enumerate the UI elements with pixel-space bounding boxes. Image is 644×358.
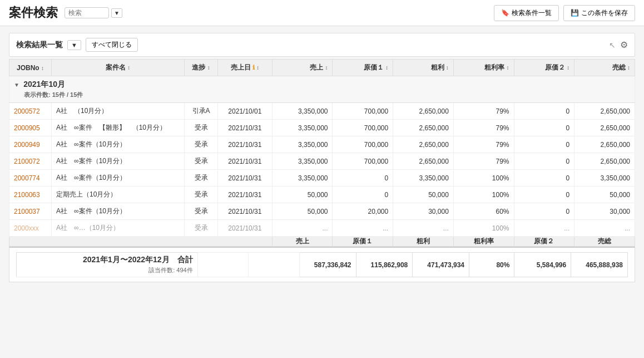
group-toggle-icon[interactable]: ▼	[14, 82, 19, 88]
cell-cost2: 0	[514, 136, 574, 153]
cell-cost1: ...	[333, 220, 393, 237]
top-bar-left: 案件検索 ▼	[9, 4, 122, 21]
col-name-header[interactable]: 案件名 ↕	[52, 60, 185, 76]
col-cost2-header[interactable]: 原価２ ↕	[514, 60, 574, 76]
col-sales-header[interactable]: 売上 ↕	[272, 60, 333, 76]
cell-cost1: 0	[333, 170, 393, 187]
subtotal-total-label: 売総	[574, 237, 635, 247]
job-link[interactable]: 2000949	[14, 141, 40, 149]
cell-date: 2021/10/31	[217, 220, 272, 237]
search-input[interactable]	[65, 7, 109, 18]
cell-gross-rate: 79%	[453, 103, 514, 120]
col-gross-header[interactable]: 粗利 ↕	[393, 60, 454, 76]
cell-cost2: 0	[514, 203, 574, 220]
job-link[interactable]: 2000774	[14, 174, 40, 182]
cell-gross: ...	[393, 220, 454, 237]
sort-icon-cost2: ↕	[567, 65, 569, 71]
cell-cost1: 700,000	[333, 120, 393, 136]
col-cost1-header[interactable]: 原価１ ↕	[333, 60, 393, 76]
cell-date: 2021/10/01	[217, 103, 272, 120]
subtotal-cost2-label: 原価２	[514, 237, 574, 247]
col-progress-header[interactable]: 進捗 ↕	[185, 60, 218, 76]
sort-icon-name: ↕	[127, 65, 130, 71]
summary-cost1: 115,862,908	[356, 253, 413, 277]
sort-icon-gross: ↕	[446, 65, 449, 71]
cell-progress: 受承	[185, 220, 218, 237]
top-bar-right: 🔖 検索条件一覧 💾 この条件を保存	[494, 5, 635, 21]
cell-jobno: 2000xxx	[9, 220, 52, 237]
cell-sales: 3,350,000	[272, 170, 333, 187]
sort-icon-gross-rate: ↕	[507, 65, 509, 71]
cell-cost1: 700,000	[333, 103, 393, 120]
cell-gross: 2,650,000	[393, 136, 454, 153]
table-header-row: JOBNo ↕ 案件名 ↕ 進捗 ↕ 売上日 ℹ ↕ 売上	[9, 60, 635, 76]
cell-gross: 30,000	[393, 203, 454, 220]
job-link[interactable]: 2100037	[14, 208, 40, 215]
summary-gross-rate: 80%	[469, 253, 514, 277]
table-row: 2100063 定期売上（10月分） 受承 2021/10/31 50,000 …	[9, 187, 635, 203]
cell-cost2: 0	[514, 187, 574, 203]
cell-jobno: 2000572	[9, 103, 52, 120]
sort-icon-jobno: ↕	[41, 65, 44, 71]
cell-jobno: 2000949	[9, 136, 52, 153]
settings-button[interactable]: ⚙	[620, 40, 628, 50]
cell-sales: 3,350,000	[272, 120, 333, 136]
cell-gross: 2,650,000	[393, 153, 454, 170]
cell-cost2: 0	[514, 153, 574, 170]
dropdown-arrow[interactable]: ▼	[67, 40, 81, 50]
col-date-header[interactable]: 売上日 ℹ ↕	[217, 60, 272, 76]
cell-total: 50,000	[574, 187, 635, 203]
top-bar: 案件検索 ▼ 🔖 検索条件一覧 💾 この条件を保存	[0, 0, 644, 26]
col-jobno-header[interactable]: JOBNo ↕	[9, 60, 52, 76]
results-header-right: ↖ ⚙	[609, 40, 628, 50]
col-total-header[interactable]: 売総 ↕	[574, 60, 635, 76]
subtotal-gross-rate-label: 粗利率	[453, 237, 514, 247]
cell-date: 2021/10/31	[217, 153, 272, 170]
cell-name: A社 ∞…（10月分）	[52, 220, 185, 237]
save-condition-button[interactable]: 💾 この条件を保存	[563, 5, 635, 21]
cell-date: 2021/10/31	[217, 170, 272, 187]
job-link[interactable]: 2100072	[14, 158, 40, 165]
cell-cost1: 700,000	[333, 136, 393, 153]
cell-gross: 3,350,000	[393, 170, 454, 187]
save-icon: 💾	[571, 9, 579, 17]
page-title: 案件検索	[9, 4, 58, 21]
table-row: 2100072 A社 ∞案件（10月分） 受承 2021/10/31 3,350…	[9, 153, 635, 170]
footer-summary: 2021年1月〜2022年12月 合計 該当件数: 494件 587,336,8…	[9, 247, 635, 282]
cursor-icon: ↖	[609, 41, 616, 50]
cell-gross-rate: 79%	[453, 120, 514, 136]
cell-gross-rate: 60%	[453, 203, 514, 220]
sort-icon-date: ↕	[256, 65, 259, 71]
job-link[interactable]: 2100063	[14, 191, 40, 199]
cell-sales: ...	[272, 220, 333, 237]
cell-cost1: 700,000	[333, 153, 393, 170]
job-link[interactable]: 2000905	[14, 124, 40, 132]
cell-name: 定期売上（10月分）	[52, 187, 185, 203]
group-header-row: ▼ 2021年10月 表示件数: 15件 / 15件	[9, 76, 635, 103]
col-gross-rate-header[interactable]: 粗利率 ↕	[453, 60, 514, 76]
cell-total: 2,650,000	[574, 136, 635, 153]
content: 検索結果一覧 ▼ すべて閉じる ↖ ⚙ JOBNo ↕ 案件名 ↕ 進捗	[0, 26, 644, 289]
cell-total: 30,000	[574, 203, 635, 220]
search-list-button[interactable]: 🔖 検索条件一覧	[494, 5, 559, 21]
cell-name: A社 ∞案件（10月分）	[52, 203, 185, 220]
cell-gross-rate: 100%	[453, 220, 514, 237]
cell-jobno: 2000905	[9, 120, 52, 136]
bookmark-icon: 🔖	[501, 9, 509, 17]
job-link[interactable]: 2000572	[14, 107, 40, 115]
cell-sales: 3,350,000	[272, 153, 333, 170]
summary-gross: 471,473,934	[413, 253, 469, 277]
subtotal-cost1-label: 原価１	[333, 237, 393, 247]
collapse-all-button[interactable]: すべて閉じる	[86, 38, 138, 52]
cell-cost1: 20,000	[333, 203, 393, 220]
cell-date: 2021/10/31	[217, 136, 272, 153]
cell-progress: 受承	[185, 120, 218, 136]
cell-cost2: 0	[514, 120, 574, 136]
search-dropdown-icon[interactable]: ▼	[111, 8, 122, 18]
table-row: 2100037 A社 ∞案件（10月分） 受承 2021/10/31 50,00…	[9, 203, 635, 220]
cell-sales: 50,000	[272, 187, 333, 203]
cell-jobno: 2100072	[9, 153, 52, 170]
cell-gross-rate: 100%	[453, 187, 514, 203]
cell-date: 2021/10/31	[217, 120, 272, 136]
table-row: 2000949 A社 ∞案件（10月分） 受承 2021/10/31 3,350…	[9, 136, 635, 153]
